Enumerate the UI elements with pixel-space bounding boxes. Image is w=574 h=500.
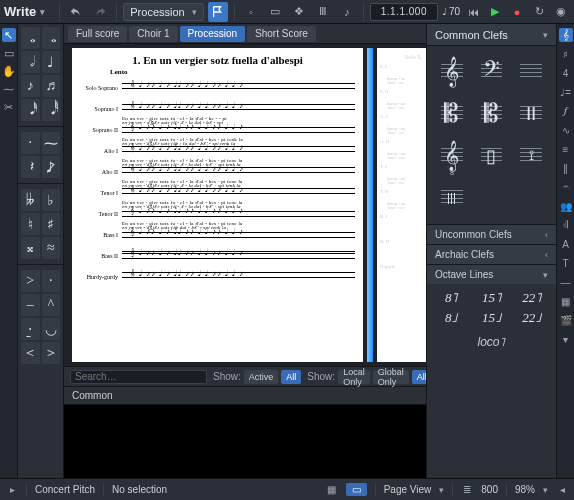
undo-button[interactable] [66, 2, 86, 22]
zoom-value[interactable]: 98% [515, 484, 535, 495]
filter-active[interactable]: Active [244, 370, 279, 384]
rewind-button[interactable]: ⏮ [464, 3, 482, 21]
stacc-ten[interactable]: ·̱ [21, 318, 40, 340]
note-32nd[interactable]: 𝅘𝅥𝅰 [21, 99, 40, 121]
note-whole[interactable]: 𝅝 [42, 27, 61, 49]
staff-row[interactable]: Soprano I 𝄞 ♩ ♪♪ ♩ ♪ ♩♩ ♪♪ ♩ ♩ ♪♪ ♩ ♩ ♪ … [80, 98, 355, 119]
staff-lines[interactable]: 𝄞 ♩ ♪♪ ♩ ♪ ♩♩ ♪♪ ♩ ♩ ♪♪ ♩ ♩ ♪ [122, 227, 355, 243]
clef-treble-8vb[interactable]: 𝄞8 [435, 138, 469, 174]
staff-row[interactable]: B. II [381, 237, 422, 251]
section-octave[interactable]: Octave Lines▾ [427, 264, 556, 284]
staff-lines[interactable]: 𝄞 ♩ ♪♪ ♩ ♪ ♩♩ ♪♪ ♩ ♩ ♪♪ ♩ ♩ ♪ En un ver … [122, 185, 355, 201]
staff-row[interactable]: Alto II 𝄞 ♩ ♪♪ ♩ ♪ ♩♩ ♪♪ ♩ ♩ ♪♪ ♩ ♩ ♪ En… [80, 161, 355, 182]
note-16th[interactable]: ♬ [42, 75, 61, 97]
click-button[interactable]: ◉ [552, 3, 570, 21]
rehearsal-button[interactable]: A [559, 237, 573, 251]
holds-button[interactable]: 𝄐 [559, 180, 573, 194]
galley-toggle[interactable]: ▭ [346, 483, 367, 496]
disclosure-icon[interactable]: ▸ [6, 484, 18, 496]
enharm[interactable]: ≈ [42, 237, 61, 259]
rest-button[interactable]: 𝄽 [21, 156, 40, 178]
clef-treble[interactable]: 𝄞 [435, 54, 469, 90]
score-page-1[interactable]: 1. En un vergier sotz fuella d'albespi L… [72, 48, 363, 362]
staff-row[interactable]: Bass II 𝄞 ♩ ♪♪ ♩ ♪ ♩♩ ♪♪ ♩ ♩ ♪♪ ♩ ♩ ♪ [80, 245, 355, 266]
note-button[interactable]: ♪ [337, 2, 357, 22]
marquee-tool[interactable]: ▭ [2, 46, 16, 60]
dot-button[interactable]: · [21, 132, 40, 154]
clef-alto[interactable]: 𝄡 [435, 96, 469, 132]
tenuto[interactable]: – [21, 294, 40, 316]
panel-toggle-icon[interactable]: ◂ [556, 484, 568, 496]
tie-tool[interactable]: ⁓ [2, 82, 16, 96]
staff-row[interactable]: T. II domp - na 'dom - na [381, 187, 422, 201]
layers-button[interactable]: ❖ [289, 2, 309, 22]
flag-marker-button[interactable] [208, 2, 228, 22]
loop-button[interactable]: ↻ [530, 3, 548, 21]
oct-22mb[interactable]: 22˩ [514, 310, 550, 326]
search-input[interactable] [70, 370, 207, 384]
staff-lines[interactable]: 𝄞 ♩ ♪♪ ♩ ♪ ♩♩ ♪♪ ♩ ♩ ♪♪ ♩ ♩ ♪ En un ver … [122, 206, 355, 222]
tab-short-score[interactable]: Short Score [247, 26, 316, 42]
players-button[interactable]: 👥 [559, 199, 573, 213]
bars-panel-button[interactable]: ‖ [559, 161, 573, 175]
flat[interactable]: ♭ [42, 189, 61, 211]
staff-row[interactable]: Tenor I 𝄞 ♩ ♪♪ ♩ ♪ ♩♩ ♪♪ ♩ ♩ ♪♪ ♩ ♩ ♪ En… [80, 182, 355, 203]
score-page-2[interactable]: Solo S. S. I domp - na 'dom - naS. II do… [377, 48, 426, 362]
arrow-tool[interactable]: ↖ [2, 28, 16, 42]
clef-none[interactable] [514, 54, 548, 90]
repeat-button[interactable]: 𝄇 [559, 218, 573, 232]
note-breve[interactable]: 𝅝 [21, 27, 40, 49]
staff-lines[interactable]: 𝄞 ♩ ♪♪ ♩ ♪ ♩♩ ♪♪ ♩ ♩ ♪♪ ♩ ♩ ♪ En un ver … [122, 101, 355, 117]
staff-row[interactable]: Soprano II 𝄞 ♩ ♪♪ ♩ ♪ ♩♩ ♪♪ ♩ ♩ ♪♪ ♩ ♩ ♪… [80, 119, 355, 140]
staff-row[interactable]: H-gurd. [381, 262, 422, 276]
oct-15mb[interactable]: 15˩ [473, 310, 509, 326]
layout-icon[interactable]: ▦ [326, 484, 338, 496]
record-button[interactable]: ● [508, 3, 526, 21]
oct-8vb[interactable]: 8˩ [433, 310, 469, 326]
markers-button[interactable]: ▾ [559, 332, 573, 346]
tempo-display[interactable]: ♩ 70 [442, 3, 460, 21]
accent[interactable]: > [21, 270, 40, 292]
staff-row[interactable]: Bass I 𝄞 ♩ ♪♪ ♩ ♪ ♩♩ ♪♪ ♩ ♩ ♪♪ ♩ ♩ ♪ [80, 224, 355, 245]
clef-tab[interactable]: ⟟ [514, 138, 548, 174]
tie-button[interactable]: ⁓ [42, 132, 61, 154]
cresc[interactable]: ＜ [21, 342, 40, 364]
staff-lines[interactable]: 𝄞 ♩ ♪♪ ♩ ♪ ♩♩ ♪♪ ♩ ♩ ♪♪ ♩ ♩ ♪ [122, 80, 355, 96]
oct-22ma[interactable]: 22˥ [514, 290, 550, 306]
staff-row[interactable]: Tenor II 𝄞 ♩ ♪♪ ♩ ♪ ♩♩ ♪♪ ♩ ♩ ♪♪ ♩ ♩ ♪ E… [80, 203, 355, 224]
keysig-button[interactable]: ♯ [559, 47, 573, 61]
dbl-sharp[interactable]: 𝄪 [21, 237, 40, 259]
staff-row[interactable]: Solo Soprano 𝄞 ♩ ♪♪ ♩ ♪ ♩♩ ♪♪ ♩ ♩ ♪♪ ♩ ♩… [80, 77, 355, 98]
dynamics-button[interactable]: 𝆑 [559, 104, 573, 118]
oct-15ma[interactable]: 15˥ [473, 290, 509, 306]
timesig-button[interactable]: 4 [559, 66, 573, 80]
note-64th[interactable]: 𝅘𝅥𝅱 [42, 99, 61, 121]
concert-pitch-toggle[interactable]: Concert Pitch [35, 484, 95, 495]
note-quarter[interactable]: ♩ [42, 51, 61, 73]
clef-extra[interactable]: ⫼ [435, 180, 469, 216]
scissors-tool[interactable]: ✂ [2, 100, 16, 114]
staff-row[interactable]: T. I domp - na 'dom - na [381, 162, 422, 176]
staff-lines[interactable]: 𝄞 ♩ ♪♪ ♩ ♪ ♩♩ ♪♪ ♩ ♩ ♪♪ ♩ ♩ ♪ En un ver … [122, 143, 355, 159]
staff-lines[interactable]: 𝄞 ♩ ♪♪ ♩ ♪ ♩♩ ♪♪ ♩ ♩ ♪♪ ♩ ♩ ♪ [122, 269, 355, 285]
system-track-button[interactable]: ▭ [265, 2, 285, 22]
cues-button[interactable]: ▦ [559, 294, 573, 308]
staff-row[interactable]: B. I [381, 212, 422, 226]
grace-button[interactable]: ♪̷ [42, 156, 61, 178]
hand-tool[interactable]: ✋ [2, 64, 16, 78]
staff-lines[interactable]: 𝄞 ♩ ♪♪ ♩ ♪ ♩♩ ♪♪ ♩ ♩ ♪♪ ♩ ♩ ♪ En un ver … [122, 122, 355, 138]
insert-mode-button[interactable]: ◦ [241, 2, 261, 22]
sharp[interactable]: ♯ [42, 213, 61, 235]
flow-selector[interactable]: Procession ▾ [123, 3, 204, 21]
dbl-flat[interactable]: 𝄫 [21, 189, 40, 211]
play-button[interactable]: ▶ [486, 3, 504, 21]
tab-full-score[interactable]: Full score [68, 26, 127, 42]
redo-button[interactable] [90, 2, 110, 22]
filter-local[interactable]: Local Only [338, 370, 370, 384]
tab-procession[interactable]: Procession [180, 26, 245, 42]
bars-button[interactable]: Ⅲ [313, 2, 333, 22]
dim[interactable]: ＞ [42, 342, 61, 364]
panel-header[interactable]: Common Clefs ▾ [427, 24, 556, 46]
clefs-panel-button[interactable]: 𝄞 [559, 28, 573, 42]
tremolo-button[interactable]: ≡ [559, 142, 573, 156]
